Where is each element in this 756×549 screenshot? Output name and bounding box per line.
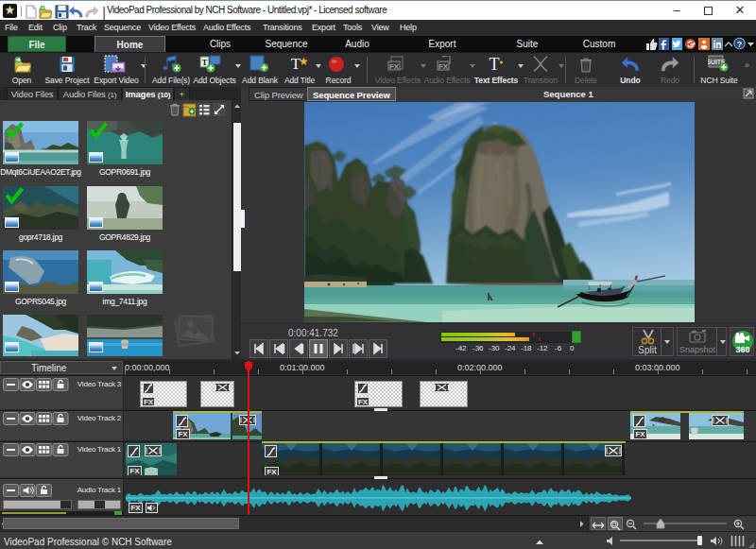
svg-text:?: ?: [737, 40, 743, 49]
svg-text:T: T: [291, 55, 301, 73]
svg-text:T: T: [490, 55, 500, 74]
svg-text:360: 360: [735, 345, 749, 354]
svg-text:T: T: [202, 58, 208, 67]
svg-text:FX: FX: [438, 62, 449, 71]
svg-text:FX: FX: [389, 62, 400, 71]
